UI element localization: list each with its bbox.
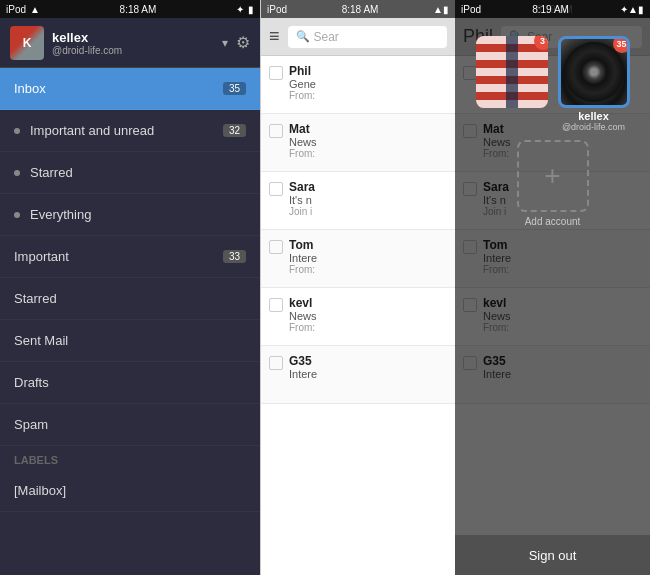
ipod-label-overlay: iPod: [461, 4, 481, 15]
gmail-drawer: iPod ▲ 8:18 AM ✦ ▮ K kellex @droid-life.…: [0, 0, 260, 575]
account-thumb-1[interactable]: 3: [476, 36, 548, 108]
email-preview: From:: [289, 148, 447, 159]
email-checkbox[interactable]: [269, 182, 283, 196]
accounts-popup: 3 35 kellex @droid-life.com: [465, 36, 640, 227]
icons-overlay: ✦▲▮: [620, 4, 644, 15]
avatar-image: K: [10, 26, 44, 60]
starred-label-2: Starred: [14, 291, 57, 306]
dot-icon: [14, 170, 20, 176]
important-label: Important: [14, 249, 69, 264]
left-status-bar: iPod ▲ 8:18 AM ✦ ▮: [0, 0, 260, 18]
sent-label: Sent Mail: [14, 333, 68, 348]
drafts-label: Drafts: [14, 375, 49, 390]
account-badge-2: 35: [613, 36, 630, 53]
vinyl-center: [588, 66, 600, 78]
starred-label-1: Starred: [30, 165, 73, 180]
email-content: Phil Gene From:: [289, 64, 447, 101]
sidebar-item-inbox[interactable]: Inbox 35: [0, 68, 260, 110]
email-sender: Phil: [289, 64, 447, 78]
email-checkbox[interactable]: [269, 66, 283, 80]
email-sender: Tom: [289, 238, 447, 252]
bluetooth-icon: ✦: [236, 4, 244, 15]
overlay-container: iPod 8:19 AM ▲▮ Phil 🔍 Sear Phil Gene Fr…: [455, 0, 650, 575]
search-placeholder: Sear: [314, 30, 339, 44]
mailbox-label: [Mailbox]: [14, 483, 66, 498]
email-item[interactable]: Sara It's n Join i: [261, 172, 455, 230]
account-2-wrapper: 35 kellex @droid-life.com: [558, 36, 630, 132]
email-preview: From:: [289, 322, 447, 333]
overlay-status-bar: iPod 8:19 AM ✦▲▮: [455, 0, 650, 18]
user-email: @droid-life.com: [52, 45, 222, 56]
username: kellex: [52, 30, 222, 45]
email-checkbox[interactable]: [269, 356, 283, 370]
sign-out-button[interactable]: Sign out: [455, 535, 650, 575]
middle-time: 8:18 AM: [342, 4, 379, 15]
battery-icon: ▮: [248, 4, 254, 15]
user-info: kellex @droid-life.com: [52, 30, 222, 56]
status-bar-left: iPod ▲: [6, 4, 40, 15]
search-bar[interactable]: 🔍 Sear: [288, 26, 447, 48]
email-content: G35 Intere: [289, 354, 447, 380]
email-checkbox[interactable]: [269, 240, 283, 254]
email-item[interactable]: Tom Intere From:: [261, 230, 455, 288]
email-content: kevl News From:: [289, 296, 447, 333]
gear-icon[interactable]: ⚙: [236, 33, 250, 52]
email-content: Sara It's n Join i: [289, 180, 447, 217]
account-name: kellex: [578, 110, 609, 122]
middle-toolbar: ≡ 🔍 Sear: [261, 18, 455, 56]
drawer-nav: Inbox 35 Important and unread 32 Starred…: [0, 68, 260, 575]
overlay-time: 8:19 AM: [532, 4, 569, 15]
ipod-label: iPod: [6, 4, 26, 15]
middle-status-bar: iPod 8:18 AM ▲▮: [261, 0, 455, 18]
add-account-button[interactable]: +: [517, 140, 589, 212]
email-sender: G35: [289, 354, 447, 368]
email-subject: Intere: [289, 252, 447, 264]
email-item[interactable]: Phil Gene From:: [261, 56, 455, 114]
important-unread-badge: 32: [223, 124, 246, 137]
everything-label: Everything: [30, 207, 91, 222]
search-icon: 🔍: [296, 30, 310, 43]
email-item[interactable]: G35 Intere: [261, 346, 455, 404]
dot-icon: [14, 212, 20, 218]
dot-icon: [14, 128, 20, 134]
email-sender: kevl: [289, 296, 447, 310]
email-item[interactable]: kevl News From:: [261, 288, 455, 346]
chevron-down-icon[interactable]: ▾: [222, 36, 228, 50]
sidebar-item-important-unread[interactable]: Important and unread 32: [0, 110, 260, 152]
sidebar-item-important[interactable]: Important 33: [0, 236, 260, 278]
email-checkbox[interactable]: [269, 298, 283, 312]
drawer-header: K kellex @droid-life.com ▾ ⚙: [0, 18, 260, 68]
sidebar-item-sent[interactable]: Sent Mail: [0, 320, 260, 362]
inbox-badge: 35: [223, 82, 246, 95]
wifi-icon-mid: ▲▮: [433, 4, 449, 15]
account-switcher-overlay: iPod 8:19 AM ✦▲▮: [455, 0, 650, 575]
hamburger-icon[interactable]: ≡: [269, 26, 280, 47]
email-preview: Join i: [289, 206, 447, 217]
account-email-display: @droid-life.com: [562, 122, 625, 132]
email-sender: Mat: [289, 122, 447, 136]
email-item[interactable]: Mat News From:: [261, 114, 455, 172]
wifi-icon: ▲: [30, 4, 40, 15]
sidebar-item-starred-1[interactable]: Starred: [0, 152, 260, 194]
account-1-wrapper: 3: [476, 36, 548, 132]
email-content: Tom Intere From:: [289, 238, 447, 275]
sidebar-item-starred-2[interactable]: Starred: [0, 278, 260, 320]
add-account-label: Add account: [525, 216, 581, 227]
accounts-row: 3 35 kellex @droid-life.com: [476, 36, 630, 132]
email-content: Mat News From:: [289, 122, 447, 159]
sidebar-item-spam[interactable]: Spam: [0, 404, 260, 446]
email-checkbox[interactable]: [269, 124, 283, 138]
email-subject: News: [289, 310, 447, 322]
important-unread-label: Important and unread: [30, 123, 154, 138]
email-subject: It's n: [289, 194, 447, 206]
account-thumb-2[interactable]: 35: [558, 36, 630, 108]
status-bar-right: ✦ ▮: [236, 4, 254, 15]
labels-section: Labels: [0, 446, 260, 470]
ipod-label-mid: iPod: [267, 4, 287, 15]
email-list-middle: Phil Gene From: Mat News From: Sara It's…: [261, 56, 455, 575]
sidebar-item-mailbox[interactable]: [Mailbox]: [0, 470, 260, 512]
sidebar-item-drafts[interactable]: Drafts: [0, 362, 260, 404]
important-badge: 33: [223, 250, 246, 263]
sidebar-item-everything[interactable]: Everything: [0, 194, 260, 236]
vinyl-record: [564, 42, 624, 102]
